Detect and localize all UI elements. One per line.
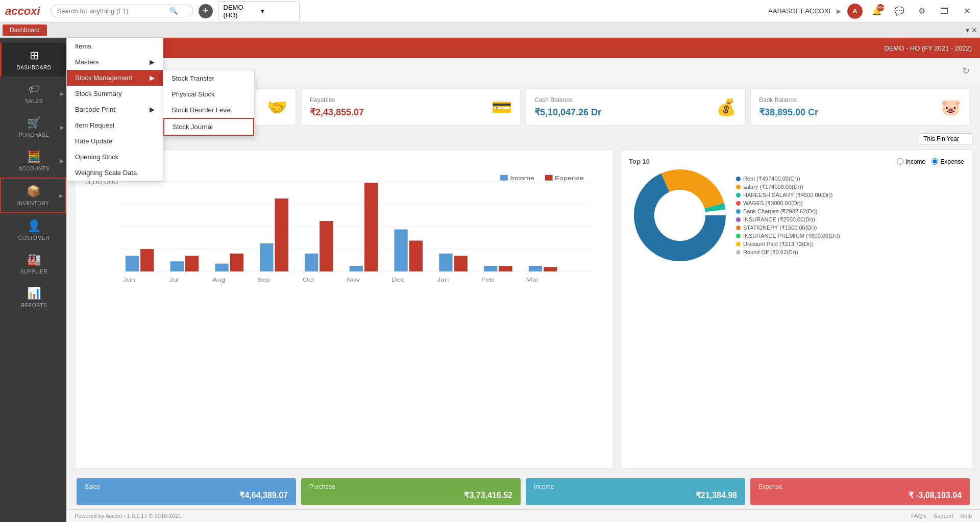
svg-rect-20 [439,254,452,271]
svg-rect-9 [185,256,199,271]
submenu-physical-stock[interactable]: Physical Stock [163,86,254,102]
submenu-stock-transfer[interactable]: Stock Transfer [163,70,254,86]
menu-item-rate-update[interactable]: Rate Update [67,133,163,149]
minimize-icon[interactable]: 🗖 [936,3,952,19]
search-box[interactable]: 🔍 [51,5,193,17]
menu-item-weighing-scale[interactable]: Weighing Scale Data [67,165,163,181]
svg-text:Dec: Dec [391,277,405,283]
inventory-menu: Items Masters ▶ Stock Management ▶ Stock… [66,38,163,181]
menu-item-masters[interactable]: Masters ▶ [67,54,163,70]
faqs-link[interactable]: FAQ's [911,513,926,519]
expense-radio[interactable] [932,158,938,165]
notification-badge: 99+ [877,4,884,11]
expense-radio-label[interactable]: Expense [932,158,964,165]
sidebar-item-purchase[interactable]: 🛒 PURCHASE ▶ [0,110,66,144]
legend-dot [736,242,741,246]
sidebar-item-supplier[interactable]: 🏭 SUPPLIER [0,247,66,281]
legend-item: Discount Paid (₹213.72(Dr)) [736,241,840,247]
legend-label: Round Off (₹0.62(Dr)) [743,249,798,256]
expense-stat[interactable]: Expense ₹ -3,08,103.04 [750,478,970,505]
bar-chart-svg: 3,00,000 [82,170,605,283]
app-logo: accoxi [5,5,40,18]
sidebar-item-customer[interactable]: 👤 CUSTOMER [0,213,66,247]
sidebar-label-inventory: INVENTORY [17,201,49,206]
refresh-button[interactable]: ↻ [962,65,970,77]
svg-rect-15 [320,221,333,271]
tab-close-button[interactable]: ✕ [971,26,977,34]
donut-area: Rent (₹497400.00(Cr))salary (₹174000.00(… [629,169,964,261]
weighing-scale-label: Weighing Scale Data [75,169,137,177]
sidebar-item-sales[interactable]: 🏷 SALES ▶ [0,77,66,110]
close-window-icon[interactable]: ✕ [959,3,975,19]
menu-item-barcode[interactable]: Barcode Print ▶ [67,102,163,117]
svg-rect-25 [544,267,557,271]
legend-dot [736,250,741,255]
sidebar-label-sales: SALES [25,98,43,104]
menu-item-items[interactable]: Items [67,38,163,54]
search-button[interactable]: 🔍 [169,7,178,15]
settings-icon[interactable]: ⚙ [914,3,930,19]
support-link[interactable]: Support [934,513,953,519]
submenu-stock-journal[interactable]: Stock Journal [163,118,254,136]
donut-legend: Rent (₹497400.00(Cr))salary (₹174000.00(… [736,176,840,256]
help-link[interactable]: Help [960,513,972,519]
company-selector[interactable]: DEMO (HO) ▾ [218,1,300,21]
radio-group: Income Expense [897,158,964,165]
fin-year-select[interactable]: This Fin Year [919,133,972,144]
stock-submenu: Stock Transfer Physical Stock Stock Reor… [163,70,255,136]
sidebar-item-reports[interactable]: 📊 REPORTS [0,281,66,314]
tab-pin-button[interactable]: ▾ [966,26,969,34]
top10-header: Top 10 Income Expense [629,158,964,165]
sidebar-item-dashboard[interactable]: ⊞ DASHBOARD [0,43,66,77]
tab-label: Dashboard [10,27,40,34]
svg-rect-14 [305,254,318,271]
submenu-stock-reorder[interactable]: Stock Reorder Level [163,102,254,118]
bank-balance-card[interactable]: Bank Balance ₹38,895.00 Cr 🐷 [750,89,970,126]
legend-item: INSURANCE (₹2500.00(Dr)) [736,216,840,223]
bank-balance-value: ₹38,895.00 Cr [759,107,818,118]
sidebar-label-accounts: ACCOUNTS [18,166,49,171]
svg-text:Feb: Feb [481,277,494,283]
footer-links: FAQ's Support Help [911,513,972,519]
notifications-icon[interactable]: 🔔 99+ [869,3,885,19]
income-radio-label[interactable]: Income [897,158,925,165]
legend-label: HAREESH SALARY (₹4500.00(Dr)) [743,192,832,198]
payables-title: Payables [310,96,364,104]
legend-item: Round Off (₹0.62(Dr)) [736,249,840,256]
masters-label: Masters [75,58,99,66]
income-radio[interactable] [897,158,903,165]
menu-item-opening-stock[interactable]: Opening Stock [67,149,163,165]
purchase-stat[interactable]: Purchase ₹3,73,416.52 [301,478,521,505]
cash-balance-card[interactable]: Cash Balance ₹5,10,047.26 Dr 💰 [526,89,745,126]
menu-item-item-request[interactable]: Item Request [67,117,163,133]
sidebar-item-accounts[interactable]: 🧮 ACCOUNTS ▶ [0,144,66,178]
period-label: DEMO - HO (FY 2021 - 2022) [884,44,972,52]
sidebar-label-reports: REPORTS [21,303,47,308]
bank-icon: 🐷 [941,97,961,117]
dashboard-tab[interactable]: Dashboard [3,24,47,36]
legend-label: STATIONERY (₹1500.00(Dr)) [743,225,817,231]
purchase-label: Purchase [309,483,512,490]
sidebar-item-inventory[interactable]: 📦 INVENTORY ▶ [0,178,66,213]
copyright: Powered by Accoxi - 1.0.1.17 © 2018-2021 [75,513,181,519]
sales-stat[interactable]: Sales ₹4,64,389.07 [77,478,296,505]
menu-item-stock-summary[interactable]: Stock Summary [67,86,163,102]
svg-text:Income: Income [510,175,534,182]
chat-icon[interactable]: 💬 [891,3,908,19]
supplier-icon: 🏭 [27,253,41,266]
income-stat[interactable]: Income ₹21,384.98 [526,478,745,505]
search-input[interactable] [57,7,169,15]
payables-card[interactable]: Payables ₹2,43,855.07 💳 [301,89,521,126]
svg-text:Jan: Jan [437,277,449,283]
add-button[interactable]: + [199,4,213,18]
svg-rect-8 [170,261,184,271]
svg-text:Oct: Oct [303,277,314,283]
menu-item-stock-management[interactable]: Stock Management ▶ Stock Transfer Physic… [67,70,163,86]
sidebar-label-purchase: PURCHASE [19,132,50,138]
legend-item: salary (₹174000.00(Dr)) [736,184,840,190]
purchase-arrow-icon: ▶ [60,125,64,130]
sidebar-label-supplier: SUPPLIER [20,269,47,275]
svg-rect-17 [364,183,378,271]
accounts-icon: 🧮 [27,150,41,163]
svg-rect-24 [529,266,542,271]
